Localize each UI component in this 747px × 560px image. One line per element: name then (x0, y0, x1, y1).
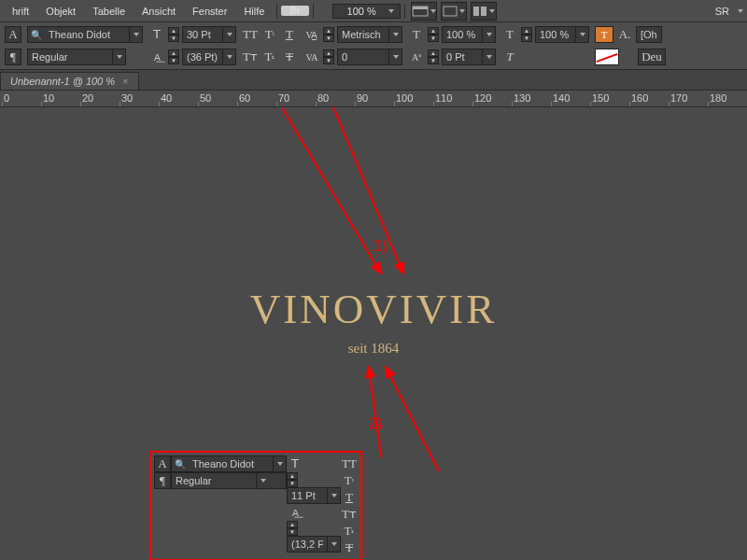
vscale-stepper[interactable]: ▲▼ (428, 27, 439, 42)
float-leading-stepper[interactable]: ▲▼ (287, 521, 298, 536)
svg-line-8 (386, 367, 439, 471)
stroke-color[interactable] (595, 49, 619, 65)
kerning-input[interactable] (337, 26, 402, 43)
menubar: hrift Objekt Tabelle Ansicht Fenster Hil… (0, 0, 747, 22)
size-stepper[interactable]: ▲▼ (168, 27, 179, 42)
para-panel-icon-2[interactable]: ¶ (154, 472, 171, 489)
fill-color[interactable]: T (595, 26, 613, 43)
svg-line-5 (260, 107, 381, 273)
document-tabs: Unbenannt-1 @ 100 %× (0, 70, 747, 91)
char-panel-icon[interactable]: A (5, 26, 21, 43)
hscale-input[interactable] (535, 26, 589, 43)
menu-fenster[interactable]: Fenster (184, 6, 235, 17)
annotation-arrows (0, 107, 747, 560)
baseline-stepper[interactable]: ▲▼ (428, 49, 439, 64)
subline-text[interactable]: seit 1864 (348, 341, 400, 357)
tracking-icon: VA (303, 49, 320, 65)
kern-stepper[interactable]: ▲▼ (323, 27, 334, 42)
font-family-input[interactable]: 🔍 (27, 26, 143, 43)
smallcaps-icon[interactable]: Tᴛ (242, 49, 259, 65)
float-leading-input[interactable] (287, 536, 341, 553)
float-style-input[interactable] (171, 472, 287, 489)
ruler: 0102030405060708090100110120130140150160… (0, 91, 747, 107)
hscale-icon: T (501, 26, 518, 43)
svg-rect-3 (473, 7, 479, 16)
font-size-input[interactable] (182, 26, 236, 43)
char-panel-icon-2[interactable]: A (154, 455, 171, 472)
menu-hilfe[interactable]: Hilfe (235, 6, 273, 17)
charstyle-input[interactable] (636, 26, 662, 43)
svg-rect-2 (444, 7, 457, 16)
svg-line-7 (369, 367, 381, 457)
superscript-icon[interactable]: T¹ (341, 472, 358, 489)
menu-objekt[interactable]: Objekt (37, 6, 84, 17)
search-icon: 🔍 (172, 459, 189, 469)
view-mode-2[interactable] (441, 2, 467, 21)
smallcaps-icon[interactable]: Tᴛ (341, 506, 358, 523)
svg-line-6 (317, 107, 403, 273)
view-mode-3[interactable] (471, 2, 497, 21)
underline-icon[interactable]: T (281, 26, 298, 43)
leading-icon: A͟ (287, 504, 303, 521)
baseline-icon: Aª (408, 49, 425, 65)
canvas[interactable]: VINOVIVIR seit 1864 1) 2) A ¶ 🔍 𝖳▲▼ A͟▲▼… (0, 107, 747, 560)
skew-icon: T (501, 49, 518, 65)
headline-text[interactable]: VINOVIVIR (250, 285, 497, 333)
kerning-icon: VA̲ (303, 26, 320, 43)
menu-tabelle[interactable]: Tabelle (84, 6, 134, 17)
font-style-input[interactable] (27, 49, 126, 65)
tracking-input[interactable] (337, 49, 402, 65)
document-tab[interactable]: Unbenannt-1 @ 100 %× (0, 72, 139, 90)
strike-icon[interactable]: T (341, 539, 358, 556)
strike-icon[interactable]: T (281, 49, 298, 65)
close-icon[interactable]: × (122, 76, 128, 87)
vscale-input[interactable] (442, 26, 496, 43)
para-panel-icon[interactable]: ¶ (5, 49, 21, 65)
zoom-select[interactable]: 100 % (332, 4, 401, 19)
font-size-icon: 𝖳 (287, 455, 303, 472)
underline-icon[interactable]: T (341, 489, 358, 506)
superscript-icon[interactable]: T¹ (261, 26, 278, 43)
annotation-1: 1) (374, 238, 387, 255)
baseline-input[interactable] (442, 49, 496, 65)
search-icon: 🔍 (28, 30, 45, 40)
lang-button[interactable]: Deu (638, 49, 666, 65)
svg-rect-4 (481, 7, 486, 16)
leading-stepper[interactable]: ▲▼ (168, 49, 179, 64)
hscale-stepper[interactable]: ▲▼ (521, 27, 532, 42)
bridge-button[interactable]: Br (281, 6, 308, 16)
lang-indicator[interactable]: SR (707, 6, 738, 17)
view-mode-1[interactable] (411, 2, 437, 21)
svg-rect-1 (413, 7, 428, 9)
leading-icon: A͟ (148, 49, 165, 65)
float-font-input[interactable]: 🔍 (171, 455, 287, 472)
allcaps-icon[interactable]: TT (242, 26, 259, 43)
track-stepper[interactable]: ▲▼ (323, 49, 334, 64)
float-size-input[interactable] (287, 487, 341, 504)
font-size-icon: 𝖳 (148, 26, 165, 43)
annotation-2: 2) (369, 415, 382, 432)
control-bar: A ¶ 🔍 𝖳▲▼ A͟▲▼ TTT¹T TᴛT₁T VA̲▲▼ VA▲▼ T▲… (0, 22, 747, 70)
charstyle-icon: A. (616, 26, 633, 43)
leading-input[interactable] (182, 49, 236, 65)
allcaps-icon[interactable]: TT (341, 455, 358, 472)
subscript-icon[interactable]: T₁ (261, 49, 278, 65)
menu-ansicht[interactable]: Ansicht (134, 6, 184, 17)
floating-char-panel: A ¶ 🔍 𝖳▲▼ A͟▲▼ TTT¹T TᴛT₁T (149, 451, 362, 560)
float-size-stepper[interactable]: ▲▼ (287, 472, 298, 487)
vscale-icon: T (408, 26, 425, 43)
menu-schrift[interactable]: hrift (4, 6, 37, 17)
subscript-icon[interactable]: T₁ (341, 523, 358, 539)
